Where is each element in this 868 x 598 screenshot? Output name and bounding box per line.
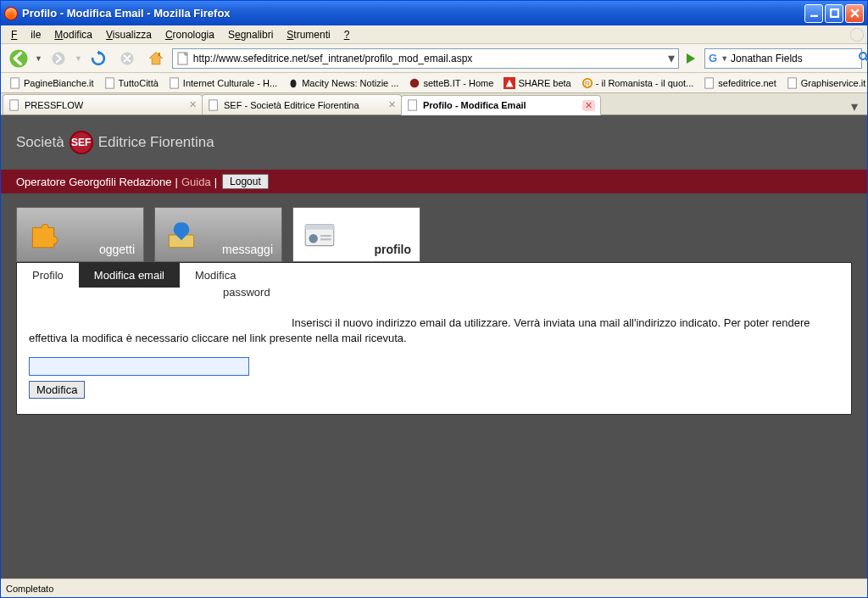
puzzle-icon (25, 217, 61, 253)
back-history-dropdown[interactable]: ▼ (35, 54, 42, 63)
menu-bar: File Modifica Visualizza Cronologia Segn… (1, 25, 867, 44)
operator-label: Operatore Georgofili Redazione (16, 176, 172, 188)
stop-button[interactable] (114, 46, 140, 71)
svg-rect-15 (705, 77, 714, 87)
menu-help[interactable]: ? (337, 27, 357, 42)
guide-link[interactable]: Guida (181, 176, 211, 188)
back-button[interactable] (6, 46, 31, 71)
firefox-icon (4, 7, 18, 20)
svg-rect-9 (105, 77, 114, 87)
favicon: R (581, 77, 593, 89)
bookmark-item[interactable]: R- il Romanista - il quot... (576, 75, 699, 91)
forward-history-dropdown[interactable]: ▼ (75, 54, 82, 63)
svg-rect-22 (305, 224, 334, 229)
logout-button[interactable]: Logout (222, 174, 269, 189)
tab-strip: PRESSFLOW ✕ SEF - Società Editrice Fiore… (1, 93, 867, 115)
bookmark-item[interactable]: Macity News: Notizie ... (282, 75, 403, 91)
bookmark-item[interactable]: PagineBianche.it (4, 75, 99, 91)
card-label: oggetti (99, 243, 135, 256)
bookmark-item[interactable]: Graphiservice.it (782, 75, 867, 91)
maximize-button[interactable] (825, 4, 843, 23)
menu-cronologia[interactable]: Cronologia (159, 27, 221, 42)
forward-button[interactable] (46, 46, 71, 71)
brand-text-left: Società (16, 134, 64, 151)
url-input[interactable] (193, 49, 665, 68)
svg-rect-10 (170, 77, 179, 87)
svg-rect-16 (788, 77, 797, 87)
submit-button[interactable]: Modifica (29, 381, 85, 399)
tab-close-icon[interactable]: ✕ (189, 99, 197, 110)
go-button[interactable] (682, 49, 701, 68)
page-icon (9, 77, 21, 89)
bookmark-item[interactable]: SHARE beta (498, 75, 576, 91)
search-engine-dropdown[interactable]: ▼ (721, 54, 728, 63)
svg-rect-1 (831, 9, 838, 17)
close-button[interactable] (845, 4, 864, 23)
page-icon (8, 99, 20, 111)
panel-body: Inserisci il nuovo indirizzo email da ut… (17, 302, 851, 414)
svg-rect-5 (159, 53, 160, 56)
tab-list-dropdown[interactable]: ▾ (847, 98, 862, 115)
svg-point-2 (9, 49, 27, 67)
bookmark-label: PagineBianche.it (24, 78, 94, 88)
status-bar: Completato (1, 578, 867, 597)
menu-strumenti[interactable]: Strumenti (280, 27, 337, 42)
bookmark-item[interactable]: Internet Culturale - H... (164, 75, 282, 91)
page-icon (176, 52, 190, 65)
browser-tab[interactable]: Profilo - Modifica Email ✕ (401, 95, 601, 115)
search-input[interactable] (731, 53, 858, 64)
window-title: Profilo - Modifica Email - Mozilla Firef… (22, 7, 231, 20)
menu-modifica[interactable]: Modifica (47, 27, 99, 42)
separator: | (214, 176, 217, 188)
svg-rect-0 (810, 15, 818, 17)
favicon (409, 77, 420, 89)
brand-header: Società SEF Editrice Fiorentina (1, 115, 867, 170)
bookmark-label: Macity News: Notizie ... (302, 78, 398, 88)
tab-profilo[interactable]: Profilo (17, 263, 79, 288)
tab-modifica-password[interactable]: Modifica (180, 263, 251, 288)
svg-rect-24 (320, 235, 331, 237)
tab-close-icon[interactable]: ✕ (582, 100, 595, 111)
nav-toolbar: ▼ ▼ ▾ G ▼ (1, 44, 867, 73)
card-profilo[interactable]: profilo (292, 207, 420, 262)
menu-visualizza[interactable]: Visualizza (99, 27, 159, 42)
browser-tab[interactable]: SEF - Società Editrice Fiorentina ✕ (202, 94, 402, 115)
url-dropdown[interactable]: ▾ (665, 50, 678, 66)
status-text: Completato (6, 584, 53, 594)
separator: | (175, 176, 178, 188)
adobe-icon (504, 77, 515, 89)
apple-icon (287, 77, 299, 89)
search-bar[interactable]: G ▼ (704, 48, 862, 69)
svg-point-23 (309, 233, 318, 243)
bookmark-label: - il Romanista - il quot... (596, 78, 694, 88)
search-go-icon[interactable] (858, 51, 868, 66)
url-bar[interactable]: ▾ (172, 48, 679, 69)
menu-segnalibri[interactable]: Segnalibri (221, 27, 280, 42)
reload-button[interactable] (86, 46, 111, 71)
bookmark-label: TuttoCittà (119, 78, 159, 88)
tab-close-icon[interactable]: ✕ (388, 99, 396, 110)
card-messaggi[interactable]: messaggi (154, 207, 282, 262)
tab-modifica-password-line2: password (208, 286, 851, 299)
bookmark-item[interactable]: TuttoCittà (99, 75, 164, 91)
page-icon (104, 77, 116, 89)
menu-file[interactable]: File (4, 27, 47, 42)
bookmark-label: setteB.IT - Home (423, 78, 493, 88)
card-oggetti[interactable]: oggetti (16, 207, 144, 262)
svg-rect-19 (409, 100, 417, 110)
tab-modifica-email[interactable]: Modifica email (79, 263, 180, 288)
profile-panel: Profilo Modifica email Modifica password… (16, 262, 852, 415)
card-label: messaggi (222, 243, 273, 256)
svg-rect-25 (320, 238, 331, 240)
window-titlebar: Profilo - Modifica Email - Mozilla Firef… (1, 1, 867, 25)
minimize-button[interactable] (804, 4, 823, 23)
svg-rect-8 (11, 77, 19, 87)
bookmark-label: Graphiservice.it (801, 78, 865, 88)
svg-point-11 (410, 78, 420, 87)
bookmark-item[interactable]: sefeditrice.net (698, 75, 781, 91)
bookmark-label: Internet Culturale - H... (183, 78, 277, 88)
home-button[interactable] (143, 46, 169, 71)
browser-tab[interactable]: PRESSFLOW ✕ (3, 94, 203, 115)
email-input[interactable] (29, 357, 249, 376)
bookmark-item[interactable]: setteB.IT - Home (403, 75, 498, 91)
